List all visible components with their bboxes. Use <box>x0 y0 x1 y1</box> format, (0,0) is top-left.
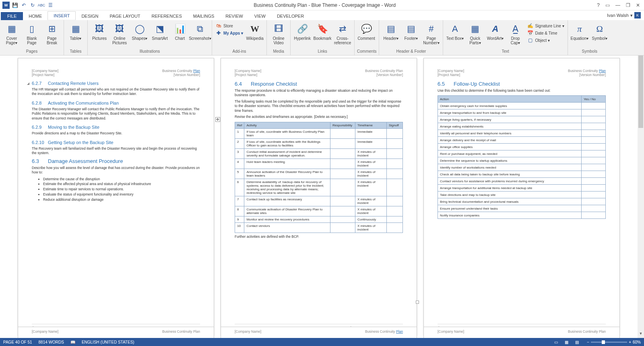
cross-reference-button[interactable]: ⇄Cross-reference <box>333 21 352 45</box>
smartart-button[interactable]: ⬔SmartArt <box>151 21 169 41</box>
equation-button[interactable]: πEquation▾ <box>570 21 589 41</box>
table-row: 9Monitor and review the recovery procedu… <box>235 216 403 222</box>
tab-file[interactable]: FILE <box>1 12 23 20</box>
store-button[interactable]: 🛍Store <box>215 23 243 29</box>
group-comments: 💬Comment Comments <box>355 20 379 55</box>
zoom-level[interactable]: 60% <box>633 340 641 344</box>
wikipedia-button[interactable]: WWikipedia <box>246 21 264 41</box>
avatar: K <box>634 12 641 19</box>
tab-review[interactable]: REVIEW <box>220 12 248 20</box>
close-icon[interactable]: ✕ <box>636 2 640 8</box>
wordart-button[interactable]: AWordArt▾ <box>486 21 504 41</box>
screenshot-button[interactable]: ⧉Screenshot▾ <box>191 21 209 41</box>
table-row: Arrange living quarters, if necessary <box>438 116 606 123</box>
zoom-in-icon[interactable]: + <box>629 340 631 344</box>
document-area[interactable]: ◢ [Company Name][Project Name]Business C… <box>0 56 638 338</box>
tab-page-layout[interactable]: PAGE LAYOUT <box>104 12 146 20</box>
ribbon-tabs: FILE HOME INSERT DESIGN PAGE LAYOUT REFE… <box>0 10 644 20</box>
blank-page-button[interactable]: ▯Blank Page <box>23 21 41 45</box>
page-41: ✥ [Company Name][Project Name]Business C… <box>221 58 417 336</box>
vertical-scrollbar[interactable]: ▲ ▼ <box>638 56 644 338</box>
table-row: 5Announce activation of the Disaster Rec… <box>235 169 403 179</box>
group-symbols: πEquation▾ ΩSymbol▾ Symbols <box>568 20 611 55</box>
spellcheck-icon[interactable]: ABC <box>38 2 45 9</box>
tab-mailings[interactable]: MAILINGS <box>188 12 220 20</box>
status-page[interactable]: PAGE 40 OF 51 <box>3 340 32 344</box>
list-item: Reduce additional disruption or damage <box>43 197 200 202</box>
drop-cap-button[interactable]: A̲Drop Cap▾ <box>506 21 524 45</box>
restore-icon[interactable]: ❐ <box>626 2 630 8</box>
tab-developer[interactable]: DEVELOPER <box>271 12 310 20</box>
table-anchor-icon[interactable]: ✥ <box>215 117 220 122</box>
bookmark-button[interactable]: 🔖Bookmark <box>313 21 332 41</box>
user-account[interactable]: Ivan Walsh▾ K <box>604 10 644 20</box>
plan-link[interactable]: Plan <box>599 69 606 73</box>
table-row: Obtain emergency cash for immediate supp… <box>438 103 606 109</box>
table-row: Rent or purchase equipment, as needed <box>438 150 606 157</box>
scroll-down-icon[interactable]: ▼ <box>638 332 644 338</box>
table-row: 4Hold team leaders meetingX minutes of i… <box>235 159 403 169</box>
hyperlink-button[interactable]: 🔗Hyperlink <box>293 21 312 41</box>
word-icon: W <box>2 2 10 9</box>
comment-button[interactable]: 💬Comment <box>357 21 376 41</box>
table-row: Arrange transportation for additional it… <box>438 185 606 192</box>
status-words[interactable]: 8814 WORDS <box>39 340 64 344</box>
next-pages-peek: [Company Name]Business Continuity Plan [… <box>18 327 620 338</box>
text-box-button[interactable]: AText Box▾ <box>446 21 464 41</box>
zoom-slider[interactable] <box>591 342 627 343</box>
tab-view[interactable]: VIEW <box>249 12 271 20</box>
plan-link[interactable]: Plan <box>193 69 200 73</box>
undo-icon[interactable]: ↶ <box>20 2 27 9</box>
user-name: Ivan Walsh <box>607 13 629 18</box>
group-pages: ▦Cover Page▾ ▯Blank Page ⊞Page Break Pag… <box>0 20 64 55</box>
tab-design[interactable]: DESIGN <box>76 12 104 20</box>
date-time-button[interactable]: 📅Date & Time <box>527 30 564 36</box>
pictures-button[interactable]: 🖼Pictures <box>90 21 109 41</box>
table-button[interactable]: ▦Table▾ <box>66 21 85 41</box>
list-item: Evaluate the status of equipment functio… <box>43 192 200 197</box>
response-checklist-table: RefActivityResponsibilityTimeframeSignof… <box>235 122 403 233</box>
signature-line-button[interactable]: ✍Signature Line ▾ <box>527 23 564 29</box>
web-layout-icon[interactable]: ▤ <box>573 339 580 345</box>
redo-icon[interactable]: ↻ <box>29 2 36 9</box>
cover-page-button[interactable]: ▦Cover Page▾ <box>2 21 21 45</box>
ribbon-display-icon[interactable]: ▭ <box>605 2 610 8</box>
status-language[interactable]: ENGLISH (UNITED STATES) <box>82 340 134 344</box>
symbol-button[interactable]: ΩSymbol▾ <box>590 21 609 41</box>
group-text: AText Box▾ ▦Quick Parts▾ AWordArt▾ A̲Dro… <box>443 20 568 55</box>
tab-insert[interactable]: INSERT <box>47 11 76 20</box>
tab-references[interactable]: REFERENCES <box>146 12 188 20</box>
zoom-out-icon[interactable]: − <box>587 340 589 344</box>
tab-home[interactable]: HOME <box>23 12 47 20</box>
object-button[interactable]: ▢Object ▾ <box>527 37 564 43</box>
online-video-button[interactable]: 🎞Online Video <box>269 21 288 45</box>
table-row: 7Contact back up facilities as necessary… <box>235 196 403 206</box>
table-row: 6Determine availability of: backup data … <box>235 179 403 196</box>
header-button[interactable]: ▤Header▾ <box>382 21 400 41</box>
my-apps-button[interactable]: ✚My Apps ▾ <box>215 30 243 36</box>
table-row: Bring technical documentation and proced… <box>438 198 606 205</box>
page-break-button[interactable]: ⊞Page Break <box>43 21 61 45</box>
proofing-icon[interactable]: 📖 <box>70 340 75 344</box>
minimize-icon[interactable]: — <box>615 2 620 8</box>
title-bar: W 💾 ↶ ↻ ABC ☰ Business Continuity Plan -… <box>0 0 644 10</box>
save-icon[interactable]: 💾 <box>11 2 19 9</box>
table-resize-icon[interactable] <box>416 301 419 304</box>
footer-button[interactable]: ▤Footer▾ <box>402 21 420 41</box>
read-mode-icon[interactable]: ▭ <box>552 339 559 345</box>
chart-button[interactable]: 📊Chart <box>171 21 189 41</box>
shapes-button[interactable]: ◯Shapes▾ <box>130 21 149 41</box>
view-buttons: ▭ ▦ ▤ <box>552 339 580 345</box>
table-row: Arrange eating establishments <box>438 123 606 130</box>
table-row: Notify insurance companies <box>438 212 606 219</box>
online-pictures-button[interactable]: 🖼Online Pictures <box>110 21 129 45</box>
print-layout-icon[interactable]: ▦ <box>563 339 570 345</box>
scroll-thumb[interactable] <box>638 56 643 128</box>
touch-mode-icon[interactable]: ☰ <box>47 2 54 9</box>
page-number-button[interactable]: #Page Number▾ <box>422 21 440 45</box>
window-title: Business Continuity Plan - Blue Theme - … <box>56 2 593 8</box>
window-controls: ? ▭ — ❐ ✕ <box>593 2 644 8</box>
collapse-icon[interactable]: ◢ <box>27 82 29 85</box>
help-icon[interactable]: ? <box>597 2 600 8</box>
quick-parts-button[interactable]: ▦Quick Parts▾ <box>466 21 484 45</box>
